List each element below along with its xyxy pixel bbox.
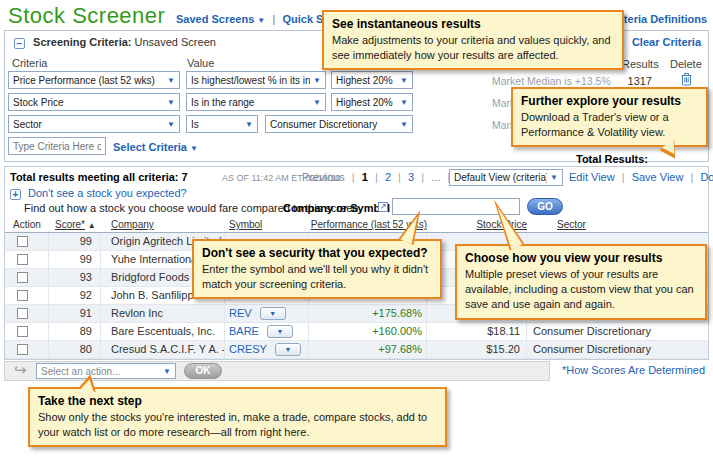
column-header-sector[interactable]: Sector (527, 219, 708, 232)
value-dropdown[interactable]: Consumer Discretionary ▼ (265, 115, 413, 133)
row-checkbox[interactable] (17, 290, 28, 301)
callout-missing-security: Don't see a security that you expected? … (192, 239, 442, 299)
chevron-down-icon: ▼ (400, 76, 408, 85)
page-title: Stock Screener (8, 3, 165, 29)
chevron-down-icon: ▼ (190, 144, 198, 153)
download-link[interactable]: Download (700, 171, 713, 183)
table-header-row: Action Score* ▲ Company Symbol Performan… (5, 219, 708, 233)
value-column-label: Value (187, 57, 214, 69)
ok-button[interactable]: OK (184, 363, 222, 379)
criteria-column-label: Criteria (12, 57, 47, 69)
pagination-previous[interactable]: Previous (302, 171, 345, 183)
chevron-down-icon: ▼ (269, 305, 276, 322)
callout-instant-results: See instantaneous results Make adjustmen… (322, 10, 624, 70)
chevron-down-icon: ▼ (245, 120, 253, 129)
stock-screener-page: Stock Screener Saved Screens ▼ | Quick S… (0, 0, 713, 464)
sort-asc-icon: ▲ (88, 221, 96, 230)
chevron-down-icon: ▼ (550, 173, 558, 182)
view-links: Edit View | Save View | Download (569, 171, 713, 183)
chevron-down-icon: ▼ (400, 120, 408, 129)
column-header-score[interactable]: Score* ▲ (49, 219, 101, 232)
criteria-dropdown[interactable]: Price Performance (last 52 wks) ▼ (8, 71, 180, 89)
callout-next-step: Take the next step Show only the stocks … (28, 387, 447, 447)
row-checkbox[interactable] (17, 272, 28, 283)
delete-column-label: Delete (670, 58, 702, 70)
pagination-page-1[interactable]: 1 (362, 171, 368, 183)
value-dropdown[interactable]: Highest 20% ▼ (331, 71, 413, 89)
company-symbol-label: Company or Symbol (283, 202, 390, 214)
expand-icon[interactable]: + (10, 189, 21, 200)
chevron-down-icon: ▼ (257, 16, 265, 25)
row-checkbox[interactable] (17, 344, 28, 355)
chevron-down-icon: ▼ (400, 98, 408, 107)
value-dropdown[interactable]: Highest 20% ▼ (331, 93, 413, 111)
edit-view-link[interactable]: Edit View (569, 171, 615, 183)
expect-row: + Don't see a stock you expected? (10, 187, 187, 200)
total-results-label: Total Results: (576, 153, 648, 165)
type-criteria-input[interactable] (8, 137, 106, 155)
results-count: 1317 (622, 75, 652, 87)
results-column-label: Results (622, 58, 659, 70)
table-row: 89 Bare Escentuals, Inc. BARE ▼ +160.00%… (5, 323, 708, 341)
clear-criteria-link[interactable]: Clear Criteria (632, 36, 701, 48)
how-scores-link[interactable]: *How Scores Are Determined (562, 364, 705, 376)
row-checkbox[interactable] (17, 254, 28, 265)
return-arrow-icon: ↪ (14, 361, 27, 379)
nav-separator: | (272, 13, 275, 25)
row-checkbox[interactable] (17, 236, 28, 247)
criteria-dropdown[interactable]: Stock Price ▼ (8, 93, 180, 111)
symbol-dropdown[interactable]: ▼ (260, 307, 286, 320)
row-checkbox[interactable] (17, 308, 28, 319)
collapse-icon[interactable]: − (14, 38, 25, 49)
select-criteria-link[interactable]: Select Criteria ▼ (113, 141, 198, 153)
dont-see-stock-link[interactable]: Don't see a stock you expected? (28, 187, 187, 199)
screen-name: Unsaved Screen (135, 36, 216, 48)
go-button[interactable]: GO (527, 198, 563, 215)
section-title: Screening Criteria: (33, 36, 131, 48)
pagination-page-2[interactable]: 2 (385, 171, 391, 183)
callout-explore-results: Further explore your results Download a … (511, 87, 708, 147)
chevron-down-icon: ▼ (313, 76, 321, 85)
chevron-down-icon: ▼ (167, 76, 175, 85)
total-results-text: Total results meeting all criteria: 7 (10, 171, 188, 183)
chevron-down-icon: ▼ (163, 367, 171, 376)
column-header-symbol[interactable]: Symbol (225, 219, 309, 232)
operator-dropdown[interactable]: Is in the range ▼ (186, 93, 326, 111)
row-checkbox[interactable] (17, 326, 28, 337)
callout-pointer (80, 378, 96, 393)
trash-icon[interactable] (681, 72, 692, 88)
panel-header: − Screening Criteria: Unsaved Screen (14, 36, 216, 49)
view-dropdown[interactable]: Default View (criteria) ▼ (449, 169, 563, 186)
column-header-action: Action (5, 219, 49, 232)
pagination-page-3[interactable]: 3 (408, 171, 414, 183)
save-view-link[interactable]: Save View (632, 171, 684, 183)
column-header-company[interactable]: Company (101, 219, 225, 232)
chevron-down-icon: ▼ (284, 341, 291, 358)
market-median-note: Market Median is +13.5% (492, 75, 611, 87)
chevron-down-icon: ▼ (167, 120, 175, 129)
callout-view-results: Choose how you view your results Multipl… (455, 244, 707, 320)
nav-saved-screens[interactable]: Saved Screens ▼ (176, 13, 265, 25)
external-link-icon[interactable]: ↗ (378, 202, 388, 212)
criteria-dropdown[interactable]: Sector ▼ (8, 115, 180, 133)
chevron-down-icon: ▼ (313, 98, 321, 107)
symbol-dropdown[interactable]: ▼ (275, 343, 301, 356)
chevron-down-icon: ▼ (277, 323, 284, 340)
operator-dropdown[interactable]: Is highest/lowest % in its industry ▼ (186, 71, 326, 89)
operator-dropdown[interactable]: Is ▼ (186, 115, 258, 133)
symbol-dropdown[interactable]: ▼ (267, 325, 293, 338)
table-row: 80 Cresud S.A.C.I.F. Y A. - Ame... CRESY… (5, 341, 708, 359)
action-dropdown[interactable]: Select an action... ▼ (36, 363, 176, 379)
chevron-down-icon: ▼ (167, 98, 175, 107)
pagination-ellipsis: ... (431, 171, 440, 183)
